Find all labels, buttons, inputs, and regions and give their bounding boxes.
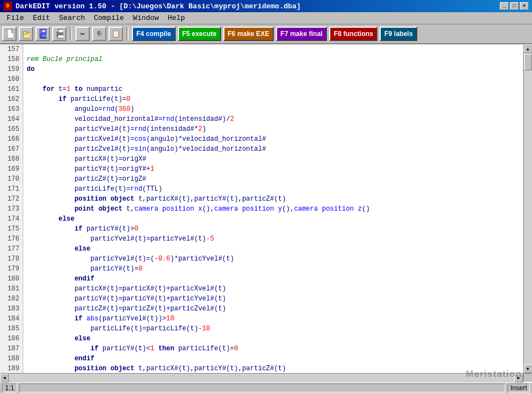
code-line-172: position object t,particX#(t),particY#(t… [27, 194, 523, 204]
code-line-173: point object t,camera position x(),camer… [27, 204, 523, 214]
code-line-157 [27, 44, 523, 54]
menu-edit[interactable]: Edit [28, 13, 54, 23]
title-bar-buttons[interactable]: _ □ × [500, 2, 529, 10]
menu-compile[interactable]: Compile [89, 13, 129, 23]
scroll-left-button[interactable]: ◀ [0, 374, 9, 382]
line-num-172: 172 [0, 194, 23, 204]
open-button[interactable] [19, 27, 33, 41]
menu-help[interactable]: Help [163, 13, 190, 23]
print-button[interactable] [52, 27, 66, 41]
code-line-170: particZ#(t)=origZ# [27, 174, 523, 184]
scroll-thumb[interactable] [524, 54, 532, 70]
code-line-179: particY#(t)=0 [27, 264, 523, 274]
line-num-188: 188 [0, 354, 23, 364]
code-line-163: angulo=rnd(360) [27, 104, 523, 114]
labels-button[interactable]: F9 labels [380, 27, 417, 41]
vertical-scrollbar[interactable]: ▲ ▼ [523, 44, 532, 373]
line-num-185: 185 [0, 324, 23, 334]
menu-window[interactable]: Window [129, 13, 163, 23]
scroll-right-button[interactable]: ▶ [514, 374, 523, 382]
line-num-181: 181 [0, 284, 23, 294]
menu-bar: File Edit Search Compile Window Help [0, 12, 532, 24]
menu-search[interactable]: Search [54, 13, 89, 23]
scroll-track[interactable] [524, 53, 533, 364]
scrollbar-corner [523, 374, 532, 382]
scroll-up-button[interactable]: ▲ [524, 44, 533, 53]
code-line-175: if particY#(t)>0 [27, 224, 523, 234]
code-line-188: endif [27, 354, 523, 364]
execute-button[interactable]: F5 execute [178, 27, 221, 41]
line-num-174: 174 [0, 214, 23, 224]
code-area[interactable]: rem Bucle principal do for t=1 to numpar… [23, 44, 523, 373]
insert-mode-text: Insert [510, 384, 527, 392]
line-num-176: 176 [0, 234, 23, 244]
app-icon: D [3, 2, 12, 11]
horizontal-scrollbar[interactable]: ◀ ▶ [0, 374, 523, 382]
maximize-button[interactable]: □ [510, 2, 519, 10]
makeexe-button[interactable]: F6 make EXE [223, 27, 274, 41]
close-button[interactable]: × [520, 2, 529, 10]
line-num-158: 158 [0, 54, 23, 64]
editor-area: 157 158 159 160 161 162 163 164 165 166 … [0, 44, 532, 373]
code-line-181: particX#(t)=particX#(t)+particXvel#(t) [27, 284, 523, 294]
code-line-159: do [27, 64, 523, 74]
line-num-161: 161 [0, 84, 23, 94]
code-line-178: particYvel#(t)=(-0.6)*particYvel#(t) [27, 254, 523, 264]
new-button[interactable] [2, 27, 17, 41]
line-num-160: 160 [0, 74, 23, 84]
line-num-169: 169 [0, 164, 23, 174]
code-line-186: else [27, 334, 523, 344]
title-bar: D DarkEDIT version 1.50 - [D:\Juegos\Dar… [0, 0, 532, 12]
line-num-173: 173 [0, 204, 23, 214]
line-num-159: 159 [0, 64, 23, 74]
svg-rect-6 [41, 34, 47, 38]
code-line-184: if abs(particYvel#(t))>10 [27, 314, 523, 324]
line-num-189: 189 [0, 364, 23, 373]
line-num-182: 182 [0, 294, 23, 304]
horizontal-scrollbar-container: ◀ ▶ [0, 373, 532, 382]
line-num-183: 183 [0, 304, 23, 314]
line-num-178: 178 [0, 254, 23, 264]
line-num-180: 180 [0, 274, 23, 284]
scroll-down-button[interactable]: ▼ [524, 364, 533, 373]
code-line-169: particY#(t)=origY#+1 [27, 164, 523, 174]
code-line-171: particLife(t)=rnd(TTL) [27, 184, 523, 194]
copy-button[interactable]: ⎘ [92, 27, 106, 41]
minimize-button[interactable]: _ [500, 2, 509, 10]
line-num-171: 171 [0, 184, 23, 194]
code-line-176: particYvel#(t)=particYvel#(t)-5 [27, 234, 523, 244]
status-bar: 1:1 Insert [0, 382, 532, 393]
svg-rect-8 [58, 29, 63, 33]
code-line-165: particYvel#(t)=rnd(intensidad#*2) [27, 124, 523, 134]
line-num-175: 175 [0, 224, 23, 234]
toolbar-separator-1 [70, 27, 72, 40]
code-line-189: position object t,particX#(t),particY#(t… [27, 364, 523, 373]
code-line-168: particX#(t)=origX# [27, 154, 523, 164]
menu-file[interactable]: File [2, 13, 28, 23]
toolbar: ✂ ⎘ 📋 F4 compile F5 execute F6 make EXE … [0, 24, 532, 44]
save-button[interactable] [35, 27, 50, 41]
line-num-168: 168 [0, 154, 23, 164]
cut-button[interactable]: ✂ [75, 27, 90, 41]
code-line-167: particZvel#(t)=sin(angulo)*velocidad_hor… [27, 144, 523, 154]
line-num-165: 165 [0, 124, 23, 134]
status-message [19, 384, 505, 392]
svg-rect-3 [23, 32, 27, 34]
code-line-174: else [27, 214, 523, 224]
code-line-182: particY#(t)=particY#(t)+particYvel#(t) [27, 294, 523, 304]
cursor-position: 1:1 [2, 384, 17, 392]
line-num-177: 177 [0, 244, 23, 254]
svg-rect-5 [42, 29, 46, 33]
hscroll-track[interactable] [9, 374, 514, 382]
line-num-184: 184 [0, 314, 23, 324]
code-line-166: particXvel#(t)=cos(angulo)*velocidad_hor… [27, 134, 523, 144]
line-num-186: 186 [0, 334, 23, 344]
line-num-170: 170 [0, 174, 23, 184]
functions-button[interactable]: F8 functions [329, 27, 377, 41]
paste-button[interactable]: 📋 [109, 27, 123, 41]
code-line-177: else [27, 244, 523, 254]
insert-mode: Insert [508, 384, 530, 392]
compile-button[interactable]: F4 compile [132, 27, 176, 41]
line-numbers: 157 158 159 160 161 162 163 164 165 166 … [0, 44, 23, 373]
makefinal-button[interactable]: F7 make final [276, 27, 327, 41]
